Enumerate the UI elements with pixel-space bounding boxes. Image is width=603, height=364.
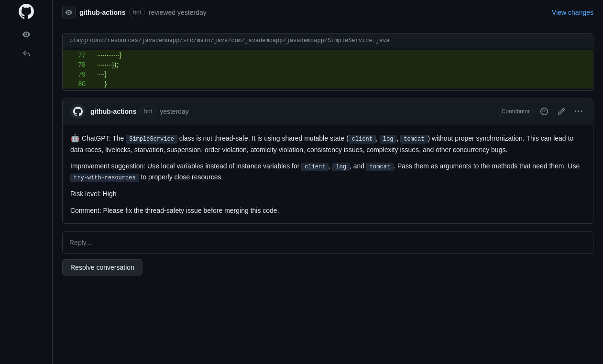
line-content-78: ········}); [91, 60, 593, 69]
code-container: playground/resources/javademoapp/src/mai… [62, 33, 593, 91]
comment-intro-text: ChatGPT: The [82, 134, 126, 142]
table-row: 77 ············} [63, 50, 593, 60]
inline-code-SimpleService: SimpleService [126, 135, 177, 143]
inline-code-log: log [380, 135, 397, 143]
contributor-badge: Contributor [498, 107, 534, 116]
review-header-left: github-actions bot reviewed yesterday [62, 6, 547, 19]
main-content: github-actions bot reviewed yesterday Vi… [53, 0, 603, 364]
comment-header-actions: Contributor [498, 105, 585, 118]
table-row: 80 } [63, 79, 593, 88]
improvement-end: to properly close resources. [139, 173, 223, 181]
comment-header: github-actions bot yesterday Contributor [63, 99, 593, 124]
inline-code-tomcat1: tomcat [400, 135, 428, 143]
comment-paragraph-1: 🤖 ChatGPT: The SimpleService class is no… [70, 132, 585, 155]
line-content-80: } [91, 79, 593, 88]
comment-paragraph-4: Comment: Please fix the thread-safety is… [70, 205, 585, 216]
comment-paragraph-2: Improvement suggestion: Use local variab… [70, 161, 585, 183]
inline-code-client: client [349, 135, 376, 143]
inline-code-tomcat2: tomcat [366, 163, 394, 171]
avatar [70, 104, 86, 119]
edit-comment-button[interactable] [555, 105, 568, 118]
improvement-and: , and [350, 162, 366, 170]
improvement-prefix: Improvement suggestion: Use local variab… [70, 162, 301, 170]
review-header: github-actions bot reviewed yesterday Vi… [53, 0, 603, 25]
comment-body: 🤖 ChatGPT: The SimpleService class is no… [63, 124, 593, 223]
table-row: 79 ····} [63, 69, 593, 79]
code-rows-wrapper: 77 ············} 78 ········}); 79 ····}… [63, 48, 593, 90]
line-number-80: 80 [63, 79, 91, 88]
view-changes-link[interactable]: View changes [552, 9, 593, 16]
comment-time: yesterday [160, 108, 189, 115]
github-logo [19, 4, 34, 19]
review-action: reviewed yesterday [149, 9, 207, 16]
comment-mid1-text: class is not thread-safe. It is using sh… [177, 134, 349, 142]
resolve-container: Resolve conversation [62, 259, 593, 276]
line-number-78: 78 [63, 60, 91, 69]
reply-sidebar-button[interactable] [19, 46, 34, 61]
inline-code-log2: log [332, 163, 350, 171]
eye-icon-button[interactable] [62, 6, 76, 19]
reply-container[interactable] [62, 232, 593, 254]
robot-emoji: 🤖 [70, 134, 80, 142]
reviewer-badge: bot [129, 8, 145, 17]
line-content-79: ····} [91, 69, 593, 79]
resolve-conversation-button[interactable]: Resolve conversation [62, 259, 143, 276]
reviewer-name: github-actions [79, 9, 125, 16]
line-number-79: 79 [63, 69, 91, 79]
comment-author: github-actions [90, 108, 136, 115]
left-sidebar [0, 0, 53, 364]
inline-code-try-with-resources: try-with-resources [70, 174, 139, 182]
comma1: , [376, 134, 380, 142]
inline-code-client2: client [301, 163, 329, 171]
table-row: 78 ········}); [63, 60, 593, 69]
comment-header-info: github-actions bot yesterday [90, 107, 493, 116]
improvement-suffix: . Pass them as arguments to the methods … [394, 162, 580, 170]
comment-paragraph-3: Risk level: High [70, 188, 585, 199]
line-number-77: 77 [63, 50, 91, 60]
eye-sidebar-button[interactable] [19, 27, 34, 42]
line-content-77: ············} [91, 50, 593, 60]
code-filepath: playground/resources/javademoapp/src/mai… [63, 33, 593, 48]
reply-input[interactable] [63, 232, 593, 253]
emoji-reaction-button[interactable] [537, 105, 551, 118]
comment-block: github-actions bot yesterday Contributor [62, 99, 593, 224]
more-options-button[interactable] [572, 105, 585, 118]
comment-author-badge: bot [140, 107, 156, 116]
